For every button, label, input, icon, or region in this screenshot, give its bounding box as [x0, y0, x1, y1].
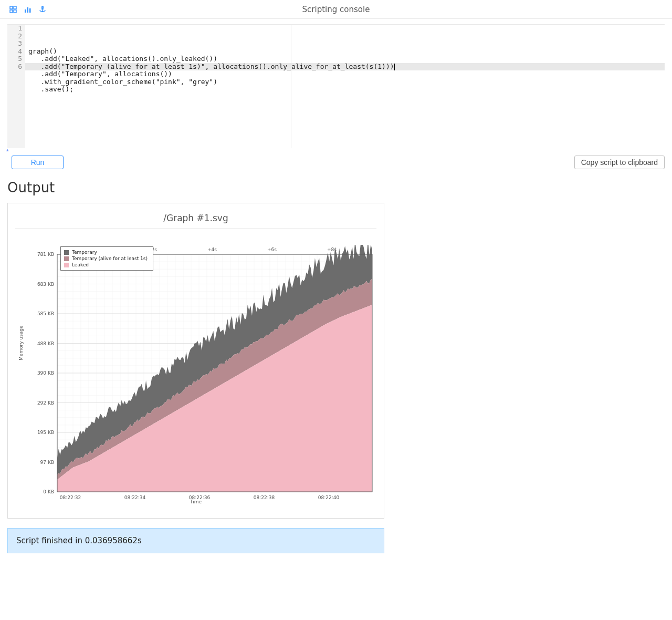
- anchor-icon[interactable]: [39, 6, 46, 13]
- svg-text:390 KB: 390 KB: [37, 370, 54, 376]
- svg-text:+8s: +8s: [327, 247, 337, 252]
- svg-rect-1: [14, 6, 16, 9]
- status-message: Script finished in 0.036958662s: [7, 528, 384, 553]
- svg-rect-4: [25, 9, 26, 13]
- svg-text:0 KB: 0 KB: [43, 489, 54, 494]
- svg-rect-6: [29, 8, 31, 13]
- svg-text:683 KB: 683 KB: [37, 282, 54, 287]
- grid-icon[interactable]: [9, 6, 17, 13]
- output-heading: Output: [7, 180, 672, 195]
- x-axis-label: Time: [15, 499, 376, 504]
- svg-text:781 KB: 781 KB: [37, 252, 54, 257]
- svg-text:+4s: +4s: [207, 247, 217, 252]
- svg-text:195 KB: 195 KB: [37, 430, 54, 435]
- svg-rect-3: [14, 10, 16, 13]
- svg-rect-2: [10, 10, 13, 13]
- split-divider: [291, 25, 291, 148]
- svg-rect-5: [27, 7, 29, 13]
- chart-icon[interactable]: [24, 6, 32, 13]
- code-editor[interactable]: 123456 graph() .add("Leaked", allocation…: [7, 24, 665, 148]
- code-content[interactable]: graph() .add("Leaked", allocations().onl…: [25, 25, 665, 148]
- memory-chart: 0 KB97 KB195 KB292 KB390 KB488 KB585 KB6…: [15, 245, 376, 507]
- svg-text:+6s: +6s: [267, 247, 277, 252]
- svg-text:97 KB: 97 KB: [40, 460, 54, 465]
- svg-text:585 KB: 585 KB: [37, 311, 54, 316]
- svg-point-7: [42, 6, 44, 8]
- copy-script-button[interactable]: Copy script to clipboard: [574, 156, 665, 169]
- run-button[interactable]: Run: [12, 156, 64, 169]
- svg-text:292 KB: 292 KB: [37, 400, 54, 406]
- line-gutter: 123456: [7, 25, 25, 148]
- page-title: Scripting console: [0, 5, 672, 14]
- chart-legend: TemporaryTemporary (alive for at least 1…: [60, 246, 153, 271]
- y-axis-label: Memory usage: [18, 325, 24, 360]
- svg-rect-0: [10, 6, 13, 9]
- graph-filename: /Graph #1.svg: [15, 213, 376, 223]
- divider: [15, 229, 376, 229]
- output-card: /Graph #1.svg 0 KB97 KB195 KB292 KB390 K…: [7, 203, 384, 519]
- svg-text:488 KB: 488 KB: [37, 341, 54, 346]
